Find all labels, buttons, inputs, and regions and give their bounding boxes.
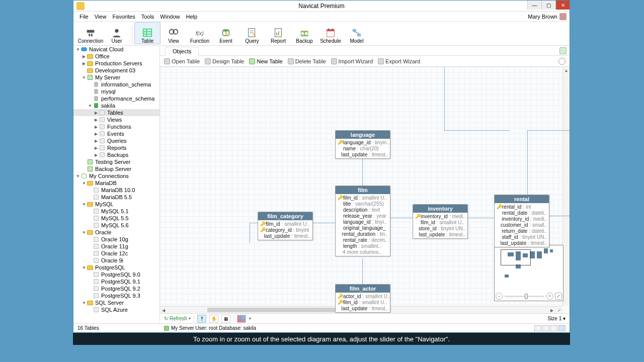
- vertical-scrollbar[interactable]: ▲: [562, 67, 570, 306]
- toolbar-connection[interactable]: Connection: [77, 22, 104, 44]
- column-row[interactable]: 🔑category_id: tinyint: [258, 227, 312, 233]
- more-columns[interactable]: 4 more columns..: [336, 249, 390, 255]
- expand-arrow-icon[interactable]: ▶: [94, 153, 99, 157]
- tree-item[interactable]: ▶Functions: [73, 123, 159, 130]
- toolbar-model[interactable]: Model: [344, 22, 370, 44]
- column-row[interactable]: last_update: timest..: [336, 151, 390, 157]
- zoom-slider[interactable]: [505, 296, 544, 297]
- view-list-button[interactable]: [534, 325, 541, 331]
- menu-view[interactable]: View: [92, 13, 110, 21]
- column-row[interactable]: 🔑language_id: tinyin..: [336, 139, 390, 145]
- tree-item[interactable]: Oracle 9i: [73, 257, 159, 264]
- tree-item[interactable]: ▼sakila: [73, 102, 159, 109]
- action-export-wizard[interactable]: Export Wizard: [378, 58, 420, 64]
- tree-item[interactable]: Oracle 12c: [73, 250, 159, 257]
- column-row[interactable]: rental_duration: tin..: [336, 231, 390, 237]
- tree-item[interactable]: MariaDB 10.0: [73, 187, 159, 194]
- tree-item[interactable]: PostgreSQL 9.0: [73, 271, 159, 278]
- action-new-table[interactable]: New Table: [249, 58, 282, 64]
- column-row[interactable]: length: smallint..: [336, 243, 390, 249]
- tree-item[interactable]: Development 03: [73, 67, 159, 74]
- menu-help[interactable]: Help: [183, 13, 200, 21]
- column-row[interactable]: rental_date: dateti..: [495, 210, 549, 216]
- menu-tools[interactable]: Tools: [138, 13, 157, 21]
- navigator-minimap[interactable]: [496, 246, 562, 293]
- column-row[interactable]: film_id: smallint U..: [413, 219, 467, 225]
- expand-arrow-icon[interactable]: ▶: [94, 139, 99, 143]
- action-design-table[interactable]: Design Table: [205, 58, 244, 64]
- expand-arrow-icon[interactable]: ▼: [75, 47, 80, 52]
- zoom-in-button[interactable]: +: [546, 293, 553, 300]
- tree-item[interactable]: ▶Office: [73, 53, 159, 60]
- tree-item[interactable]: ▼Oracle: [73, 229, 159, 236]
- action-import-wizard[interactable]: Import Wizard: [331, 58, 373, 64]
- diagram-canvas[interactable]: ▲ ◀ ▶ ⤢: [160, 67, 570, 313]
- column-row[interactable]: 🔑inventory_id: medi..: [413, 213, 467, 219]
- column-row[interactable]: last_update: timest..: [413, 231, 467, 237]
- tree-item[interactable]: ▼My Server: [73, 74, 159, 81]
- tree-item[interactable]: ▼SQL Server: [73, 299, 159, 306]
- menu-file[interactable]: File: [76, 13, 92, 21]
- menu-window[interactable]: Window: [157, 13, 183, 21]
- tree-item[interactable]: Oracle 10g: [73, 236, 159, 243]
- expand-arrow-icon[interactable]: ▼: [88, 104, 93, 108]
- zoom-fit-button[interactable]: ⤢: [555, 293, 562, 300]
- entity-film[interactable]: film🔑film_id: smallint U..title: varchar…: [335, 186, 390, 256]
- tree-item[interactable]: ▶Tables: [73, 109, 159, 116]
- tree-item[interactable]: SQL Azure: [73, 306, 159, 313]
- entity-film_actor[interactable]: film_actor🔑actor_id: smallint U..🔑film_i…: [335, 284, 390, 313]
- tree-item[interactable]: mysql: [73, 88, 159, 95]
- tree-item[interactable]: MySQL 5.6: [73, 222, 159, 229]
- tree-item[interactable]: PostgreSQL 9.2: [73, 285, 159, 292]
- color-tool[interactable]: [237, 315, 246, 323]
- expand-arrow-icon[interactable]: ▶: [94, 118, 99, 122]
- action-delete-table[interactable]: Delete Table: [288, 58, 326, 64]
- tree-item[interactable]: ▼My Connections: [73, 172, 159, 179]
- toolbar-user[interactable]: User: [104, 22, 130, 44]
- column-row[interactable]: store_id: tinyint UN..: [413, 225, 467, 231]
- expand-arrow-icon[interactable]: ▼: [75, 174, 80, 178]
- column-row[interactable]: name: char(20): [336, 145, 390, 151]
- tree-item[interactable]: ▶Queries: [73, 137, 159, 144]
- tree-item[interactable]: MariaDB 5.5: [73, 194, 159, 201]
- add-tab-icon[interactable]: [559, 47, 567, 54]
- tree-item[interactable]: Backup Server: [73, 165, 159, 172]
- expand-arrow-icon[interactable]: ▶: [82, 61, 87, 66]
- refresh-button[interactable]: ↻ Refresh ▾: [164, 316, 191, 321]
- expand-arrow-icon[interactable]: ▶: [94, 111, 99, 115]
- toolbar-function[interactable]: f(x)Function: [187, 22, 213, 44]
- column-row[interactable]: 🔑actor_id: smallint U..: [336, 293, 390, 299]
- column-row[interactable]: last_update: timest..: [495, 240, 549, 246]
- entity-rental[interactable]: rental🔑rental_id: intrental_date: dateti…: [494, 195, 549, 247]
- column-row[interactable]: rental_rate: decim..: [336, 237, 390, 243]
- tree-item[interactable]: ▶Views: [73, 116, 159, 123]
- menu-favorites[interactable]: Favorites: [109, 13, 138, 21]
- expand-arrow-icon[interactable]: ▶: [94, 125, 99, 129]
- tree-item[interactable]: ▼MariaDB: [73, 179, 159, 187]
- expand-arrow-icon[interactable]: ▼: [82, 75, 87, 80]
- column-row[interactable]: title: varchar(255): [336, 201, 390, 207]
- size-selector[interactable]: Size 1 ▾: [547, 316, 566, 321]
- column-row[interactable]: release_year: year: [336, 213, 390, 219]
- toolbar-table[interactable]: Table: [134, 22, 160, 44]
- tree-item[interactable]: ▶Reports: [73, 144, 159, 151]
- tree-item[interactable]: performance_schema: [73, 95, 159, 102]
- column-row[interactable]: original_language_: [336, 225, 390, 231]
- tree-item[interactable]: MySQL 5.1: [73, 208, 159, 215]
- view-er-button[interactable]: [558, 325, 566, 331]
- navigator-viewport[interactable]: [501, 249, 531, 265]
- column-row[interactable]: staff_id: tinyint UN..: [495, 234, 549, 240]
- tree-item[interactable]: Oracle 11g: [73, 243, 159, 250]
- zoom-out-button[interactable]: −: [496, 293, 503, 300]
- tree-item[interactable]: PostgreSQL 9.1: [73, 278, 159, 285]
- expand-arrow-icon[interactable]: ▼: [82, 181, 87, 186]
- column-row[interactable]: language_id: tinyi..: [336, 219, 390, 225]
- column-row[interactable]: customer_id: small..: [495, 222, 549, 228]
- entity-language[interactable]: language🔑language_id: tinyin..name: char…: [335, 130, 390, 159]
- tree-item[interactable]: Testing Server: [73, 158, 159, 165]
- column-row[interactable]: last_update: timest..: [336, 305, 390, 311]
- toolbar-event[interactable]: Event: [213, 22, 239, 44]
- column-row[interactable]: inventory_id: medi..: [495, 216, 549, 222]
- tree-item[interactable]: ▶Production Servers: [73, 60, 159, 67]
- column-row[interactable]: last_update: timest..: [258, 233, 312, 239]
